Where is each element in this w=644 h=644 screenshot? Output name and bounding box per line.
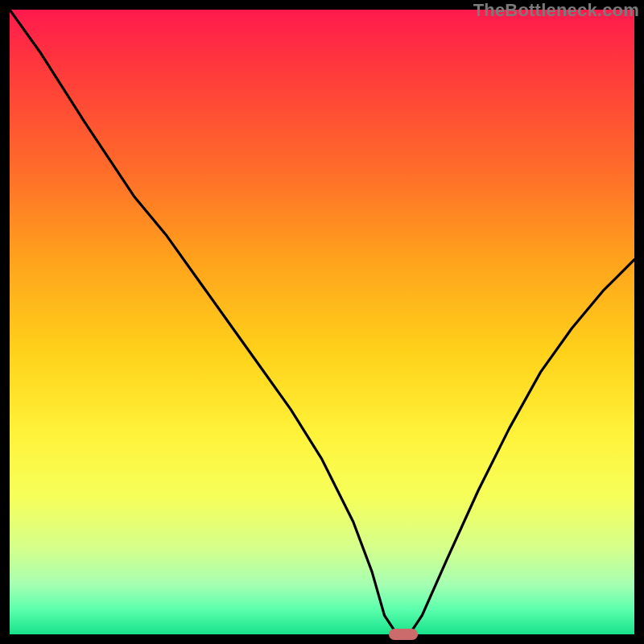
watermark-text: TheBottleneck.com	[473, 0, 639, 21]
optimal-point-marker	[389, 629, 418, 640]
chart-frame: TheBottleneck.com	[0, 0, 644, 644]
chart-background-gradient	[10, 10, 634, 634]
